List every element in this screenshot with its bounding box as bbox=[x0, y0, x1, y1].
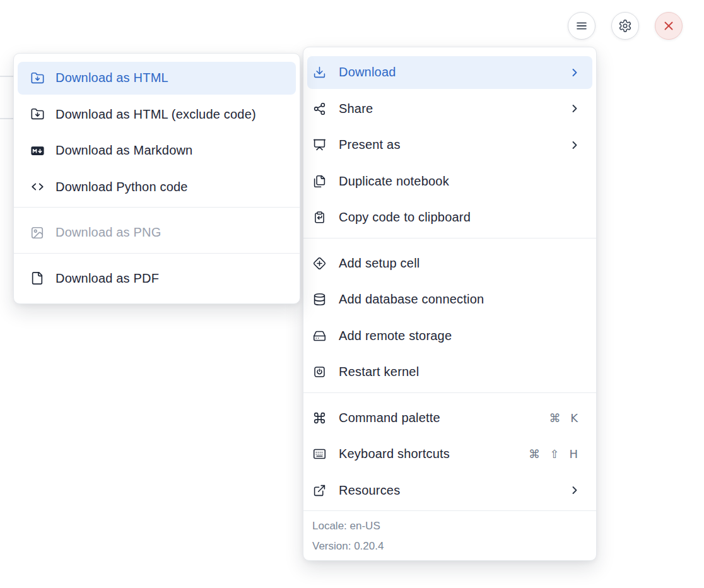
command-icon bbox=[313, 411, 326, 425]
menu-item-download-as-pdf[interactable]: Download as PDF bbox=[18, 262, 296, 295]
shortcut-hint: ⌘ ⇧ H bbox=[529, 447, 581, 461]
menu-item-keyboard-shortcuts[interactable]: Keyboard shortcuts ⌘ ⇧ H bbox=[307, 438, 592, 471]
download-icon bbox=[313, 66, 326, 79]
chevron-right-icon bbox=[568, 484, 581, 497]
hamburger-icon bbox=[575, 19, 589, 33]
menu-item-label: Restart kernel bbox=[339, 365, 581, 379]
menu-item-label: Add database connection bbox=[339, 292, 581, 307]
hard-drive-icon bbox=[313, 329, 326, 343]
code-icon bbox=[30, 180, 45, 194]
menu-button[interactable] bbox=[568, 12, 595, 40]
window-controls bbox=[568, 12, 683, 40]
menu-item-download-as-png: Download as PNG bbox=[18, 216, 296, 249]
gear-icon bbox=[618, 19, 632, 33]
diamond-plus-icon bbox=[313, 257, 326, 270]
menu-item-label: Download bbox=[339, 65, 568, 79]
present-icon bbox=[313, 138, 326, 151]
chevron-right-icon bbox=[568, 66, 581, 79]
background-rule-line bbox=[0, 118, 13, 119]
locale-info: Locale: en-US bbox=[312, 516, 592, 536]
external-link-icon bbox=[313, 484, 326, 497]
menu-item-label: Present as bbox=[339, 138, 568, 152]
download-submenu: Download as HTML Download as HTML (exclu… bbox=[13, 53, 300, 304]
markdown-icon bbox=[30, 144, 45, 158]
menu-item-add-database-connection[interactable]: Add database connection bbox=[307, 283, 592, 316]
menu-item-download-as-html-exclude-code[interactable]: Download as HTML (exclude code) bbox=[18, 98, 296, 131]
shortcut-hint: ⌘ K bbox=[549, 411, 581, 425]
clipboard-copy-icon bbox=[313, 211, 326, 224]
menu-item-download-as-html[interactable]: Download as HTML bbox=[18, 62, 296, 95]
menu-item-resources[interactable]: Resources bbox=[307, 474, 592, 507]
menu-item-label: Add setup cell bbox=[339, 256, 581, 271]
menu-item-download-as-markdown[interactable]: Download as Markdown bbox=[18, 134, 296, 167]
menu-divider bbox=[303, 392, 596, 393]
menu-item-label: Download as PNG bbox=[56, 225, 286, 240]
share-icon bbox=[313, 102, 326, 115]
duplicate-icon bbox=[313, 175, 326, 188]
close-icon bbox=[662, 19, 676, 33]
menu-divider bbox=[303, 238, 596, 238]
settings-button[interactable] bbox=[611, 12, 639, 40]
power-icon bbox=[313, 365, 326, 379]
chevron-right-icon bbox=[568, 102, 581, 115]
menu-footer: Locale: en-US Version: 0.20.4 bbox=[307, 511, 592, 558]
menu-item-label: Copy code to clipboard bbox=[339, 210, 581, 225]
menu-item-label: Download as Markdown bbox=[56, 143, 286, 158]
menu-item-command-palette[interactable]: Command palette ⌘ K bbox=[307, 402, 592, 435]
menu-item-label: Resources bbox=[339, 483, 568, 498]
chevron-right-icon bbox=[568, 139, 581, 151]
menu-item-label: Duplicate notebook bbox=[339, 174, 581, 189]
menu-divider bbox=[14, 207, 300, 208]
menu-item-copy-code[interactable]: Copy code to clipboard bbox=[307, 201, 592, 234]
background-rule-line bbox=[0, 76, 13, 77]
image-icon bbox=[30, 226, 45, 240]
version-info: Version: 0.20.4 bbox=[312, 536, 592, 556]
menu-item-label: Download Python code bbox=[56, 180, 286, 194]
menu-item-duplicate-notebook[interactable]: Duplicate notebook bbox=[307, 165, 592, 198]
close-button[interactable] bbox=[655, 12, 683, 40]
menu-item-label: Command palette bbox=[339, 411, 549, 425]
menu-item-present-as[interactable]: Present as bbox=[307, 129, 592, 162]
menu-item-download-python-code[interactable]: Download Python code bbox=[18, 171, 296, 204]
database-icon bbox=[313, 293, 326, 306]
menu-item-label: Download as PDF bbox=[56, 271, 286, 286]
menu-item-label: Keyboard shortcuts bbox=[339, 447, 529, 461]
keyboard-icon bbox=[313, 447, 326, 461]
menu-item-label: Share bbox=[339, 102, 568, 116]
menu-item-download[interactable]: Download bbox=[307, 56, 592, 89]
file-icon bbox=[30, 271, 45, 285]
notebook-menu: Download Share Present as Duplicate note… bbox=[303, 47, 597, 561]
menu-item-add-setup-cell[interactable]: Add setup cell bbox=[307, 247, 592, 280]
menu-item-label: Download as HTML bbox=[56, 71, 286, 85]
menu-divider bbox=[14, 253, 300, 254]
menu-item-label: Download as HTML (exclude code) bbox=[56, 107, 286, 122]
menu-item-restart-kernel[interactable]: Restart kernel bbox=[307, 356, 592, 389]
menu-item-label: Add remote storage bbox=[339, 329, 581, 343]
menu-item-add-remote-storage[interactable]: Add remote storage bbox=[307, 320, 592, 353]
menu-item-share[interactable]: Share bbox=[307, 93, 592, 126]
folder-down-icon bbox=[30, 107, 45, 121]
folder-down-icon bbox=[30, 71, 45, 85]
